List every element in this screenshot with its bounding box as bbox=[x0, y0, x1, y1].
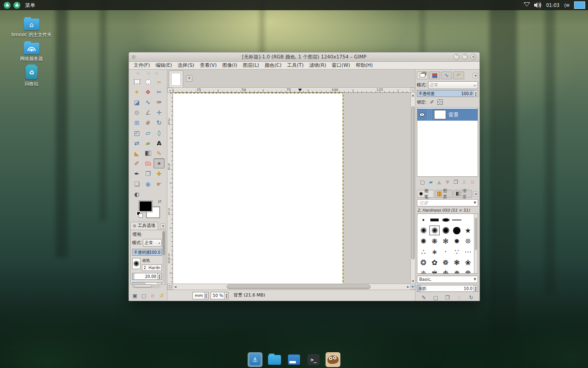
brush-cell[interactable] bbox=[440, 214, 451, 225]
tool-bucket-fill[interactable]: ◣ bbox=[131, 148, 142, 158]
brush-cell[interactable]: ∗ bbox=[429, 246, 440, 257]
dock-gimp[interactable] bbox=[326, 352, 340, 367]
scroll-up-icon[interactable]: ▲ bbox=[411, 93, 415, 97]
unit-select[interactable]: mm ▲▼ bbox=[192, 292, 209, 299]
brush-cell[interactable] bbox=[418, 225, 429, 236]
tool-scale[interactable]: ◰ bbox=[131, 128, 142, 138]
refresh-brushes-button[interactable]: ↻ bbox=[467, 294, 475, 301]
delete-brush-button[interactable]: ⊘ bbox=[456, 294, 463, 301]
scroll-left-icon[interactable]: ◀ bbox=[173, 284, 178, 290]
layer-opacity-slider[interactable]: 不透明度 100.0 ▲▼ bbox=[417, 90, 478, 97]
lock-alpha-icon[interactable] bbox=[437, 99, 443, 105]
tool-scissors-select[interactable]: ✂ bbox=[153, 87, 165, 97]
new-layer-button[interactable]: ▢ bbox=[419, 178, 426, 186]
tool-select-by-color[interactable]: ❖ bbox=[142, 87, 153, 97]
canvas-viewport[interactable] bbox=[173, 93, 410, 284]
tab-paths[interactable]: ∿ bbox=[441, 71, 452, 79]
menu-button[interactable]: 菜单 bbox=[25, 2, 35, 9]
tool-color-picker[interactable]: ✑ bbox=[153, 97, 165, 107]
brush-cell[interactable] bbox=[462, 214, 473, 225]
tool-free-select[interactable]: ∽ bbox=[153, 77, 165, 87]
menu-图层L[interactable]: 图层(L) bbox=[240, 62, 262, 69]
tool-options-hscrollbar[interactable] bbox=[132, 284, 160, 288]
tool-text[interactable]: A bbox=[153, 138, 165, 148]
layer-visibility-icon[interactable] bbox=[419, 113, 425, 116]
brush-cell[interactable]: ★ bbox=[462, 225, 473, 236]
tool-clone[interactable]: ❐ bbox=[142, 168, 153, 179]
brush-cell[interactable]: ❉ bbox=[440, 268, 451, 274]
tab-layers[interactable] bbox=[417, 71, 428, 79]
brush-cell[interactable]: ❋ bbox=[429, 236, 440, 246]
tool-flip[interactable]: ⇄ bbox=[131, 138, 142, 148]
tool-heal[interactable]: ✚ bbox=[153, 168, 165, 179]
horizontal-ruler[interactable]: 255075100125 bbox=[173, 88, 410, 93]
tool-pencil[interactable]: ✎ bbox=[153, 148, 165, 158]
tool-move[interactable]: ✛ bbox=[153, 107, 165, 117]
menu-查看V[interactable]: 查看(V) bbox=[197, 62, 219, 69]
scroll-down-icon[interactable]: ▼ bbox=[411, 279, 415, 284]
anchor-layer-button[interactable]: ⚓ bbox=[460, 178, 468, 186]
menu-颜色C[interactable]: 颜色(C) bbox=[262, 62, 285, 69]
dock-terminal[interactable]: >_ bbox=[306, 352, 321, 367]
close-button[interactable]: ✕ bbox=[470, 54, 476, 60]
menu-窗口W[interactable]: 窗口(W) bbox=[329, 62, 353, 69]
workspace-switcher[interactable] bbox=[574, 1, 585, 9]
foreground-color-swatch[interactable] bbox=[139, 201, 152, 212]
tab-undo-history[interactable]: ↶ bbox=[453, 71, 464, 79]
new-group-button[interactable]: ▰ bbox=[427, 178, 435, 186]
menu-选择S[interactable]: 选择(S) bbox=[175, 62, 197, 69]
quick-mask-toggle[interactable] bbox=[167, 284, 173, 290]
spacing-slider[interactable]: 间距 10.0 ▲▼ bbox=[417, 285, 478, 292]
delete-options-button[interactable]: ⊘ bbox=[149, 292, 156, 299]
brush-cell[interactable]: ∵ bbox=[451, 246, 462, 257]
brush-cell[interactable]: ✺ bbox=[418, 236, 429, 246]
size-spinner[interactable]: ▲▼ bbox=[157, 273, 161, 279]
dock-anchor-app[interactable]: ⚓ bbox=[248, 352, 262, 367]
minimize-button[interactable]: ˅ bbox=[454, 54, 460, 60]
brush-cell[interactable]: ❃ bbox=[451, 257, 462, 268]
brush-cell[interactable]: ❊ bbox=[462, 236, 473, 246]
desktop-icon-network-servers[interactable]: 网络服务器 bbox=[11, 43, 52, 62]
tool-airbrush[interactable]: ✦ bbox=[153, 158, 165, 168]
tool-eraser[interactable] bbox=[142, 158, 153, 168]
tool-foreground-select[interactable]: ◪ bbox=[131, 97, 142, 107]
zoom-level-input[interactable]: 50 % ▲▼ bbox=[211, 292, 229, 299]
layer-thumbnail[interactable] bbox=[434, 110, 446, 119]
delete-layer-button[interactable]: ⊘ bbox=[469, 178, 476, 186]
lock-pixels-icon[interactable]: ✐ bbox=[430, 99, 434, 105]
menu-帮助H[interactable]: 帮助(H) bbox=[353, 62, 376, 69]
tab-patternes[interactable]: 图案 bbox=[435, 190, 453, 198]
tab-channels[interactable] bbox=[429, 71, 440, 79]
image-tab-close-icon[interactable]: ✕ bbox=[186, 75, 192, 82]
brush-cell[interactable] bbox=[451, 225, 462, 236]
horizontal-scrollbar[interactable]: ◀ ▶ bbox=[173, 284, 410, 290]
brush-cell[interactable]: ✹ bbox=[451, 236, 462, 246]
panel-menu-button[interactable]: ◂ bbox=[160, 223, 166, 229]
reset-options-button[interactable]: ↺ bbox=[158, 292, 165, 299]
brush-cell[interactable]: ❂ bbox=[418, 257, 429, 268]
tool-ink[interactable]: ✒ bbox=[131, 168, 142, 179]
save-options-button[interactable]: ▣ bbox=[131, 292, 139, 299]
brush-cell[interactable]: ❈ bbox=[418, 268, 429, 274]
zoom-follow-toggle[interactable]: ⊙ bbox=[410, 88, 415, 93]
brush-cell[interactable] bbox=[429, 214, 440, 225]
hscroll-thumb[interactable] bbox=[227, 284, 371, 289]
tool-rectangle-select[interactable] bbox=[131, 77, 142, 87]
menu-logo-icon[interactable]: ♣ bbox=[13, 2, 20, 9]
brush-cell[interactable]: ✾ bbox=[429, 268, 440, 274]
tool-perspective-clone[interactable]: ❏ bbox=[131, 179, 142, 189]
swap-colors-icon[interactable]: ⇄ bbox=[158, 199, 161, 204]
tool-rotate[interactable]: ↻ bbox=[153, 117, 165, 128]
layer-opacity-spinner[interactable]: ▲▼ bbox=[473, 90, 478, 97]
tool-fuzzy-select[interactable]: ✶ bbox=[131, 87, 142, 97]
unit-spinner[interactable]: ▲▼ bbox=[204, 292, 208, 299]
notifications-icon[interactable] bbox=[524, 3, 530, 7]
maximize-button[interactable]: ˄ bbox=[462, 54, 468, 60]
tool-options-scrollbar[interactable] bbox=[162, 231, 165, 283]
tool-dodge-burn[interactable]: ◐ bbox=[131, 189, 142, 199]
menu-图像I[interactable]: 图像(I) bbox=[219, 62, 240, 69]
size-slider[interactable]: 20.00 ▲▼ bbox=[132, 273, 162, 280]
brush-cell[interactable]: ❁ bbox=[440, 257, 451, 268]
desktop-icon-trash[interactable]: ♻回收站 bbox=[11, 66, 52, 87]
tab-brushes[interactable]: 画笔 bbox=[417, 190, 434, 198]
